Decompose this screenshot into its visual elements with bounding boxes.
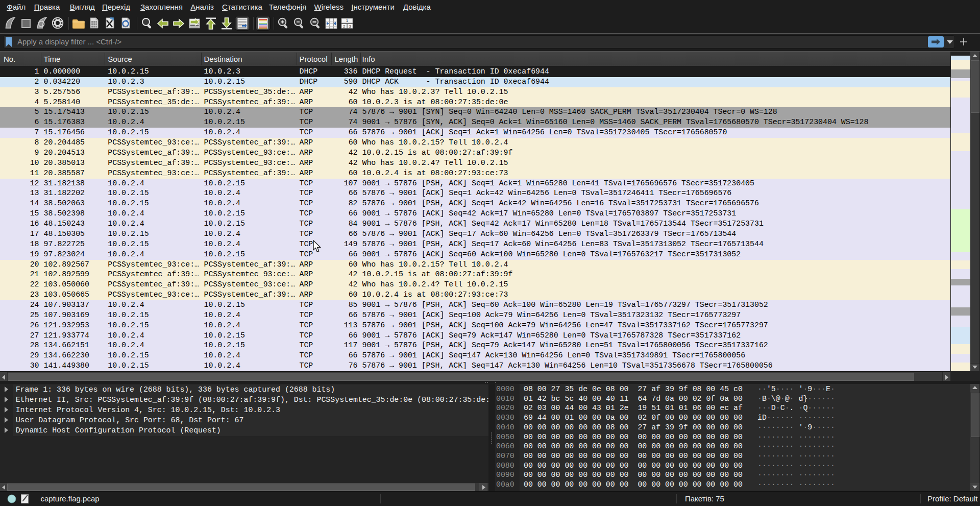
svg-text:1: 1 [346,18,349,23]
svg-text:2: 2 [343,23,346,28]
svg-text:3: 3 [349,23,352,28]
